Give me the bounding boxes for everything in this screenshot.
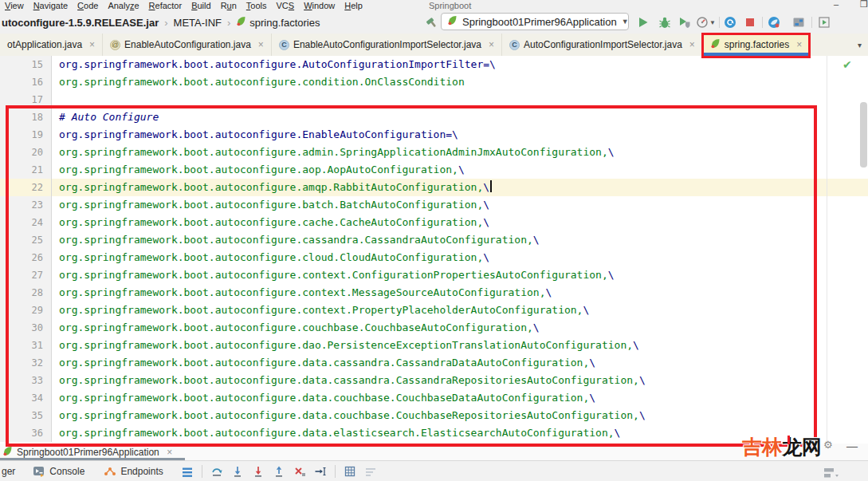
debug-button[interactable] [658, 16, 671, 29]
preview-run-button[interactable] [818, 16, 831, 29]
code-line-24[interactable]: 24org.springframework.boot.autoconfigure… [0, 214, 868, 231]
line-number[interactable]: 28 [0, 284, 52, 302]
tab-enableautoconfiguration-java[interactable]: @EnableAutoConfiguration.java× [103, 34, 272, 56]
run-button[interactable] [637, 16, 650, 29]
hide-tool-window-button[interactable]: — [846, 440, 858, 452]
breadcrumb-jar[interactable]: utoconfigure-1.5.9.RELEASE.jar [2, 17, 159, 29]
line-number[interactable]: 31 [0, 337, 52, 354]
levels-icon[interactable] [364, 465, 377, 478]
menu-tools[interactable]: Tools [242, 1, 272, 10]
run-with-coverage-button[interactable] [678, 16, 691, 29]
tab-enableautoconfigurationimportselector-java[interactable]: CEnableAutoConfigurationImportSelector.j… [272, 34, 502, 56]
code-line-18[interactable]: 18# Auto Configure [0, 108, 868, 126]
code-line-36[interactable]: 36org.springframework.boot.autoconfigure… [0, 424, 868, 442]
line-number[interactable]: 25 [0, 231, 52, 249]
line-number[interactable]: 22 [0, 179, 52, 196]
profiler-chevron-icon[interactable]: ▼ [709, 19, 722, 32]
editor-scrollbar[interactable] [860, 102, 867, 168]
code-line-35[interactable]: 35org.springframework.boot.autoconfigure… [0, 407, 868, 424]
spring-dashboard-button[interactable] [768, 16, 780, 29]
code-line-20[interactable]: 20org.springframework.boot.autoconfigure… [0, 144, 868, 161]
code-line-34[interactable]: 34org.springframework.boot.autoconfigure… [0, 389, 868, 407]
code-line-19[interactable]: 19org.springframework.boot.autoconfigure… [0, 126, 868, 144]
code-line-33[interactable]: 33org.springframework.boot.autoconfigure… [0, 372, 868, 389]
step-over-icon[interactable] [210, 465, 223, 478]
run-to-cursor-icon[interactable] [314, 465, 327, 478]
close-icon[interactable]: × [489, 39, 494, 50]
menu-analyze[interactable]: Analyze [103, 1, 143, 10]
console-tab[interactable]: Console [49, 466, 84, 477]
tab-otapplication-java[interactable]: otApplication.java× [0, 34, 103, 56]
close-icon[interactable]: × [258, 39, 264, 50]
line-number[interactable]: 17 [0, 91, 52, 108]
code-line-31[interactable]: 31org.springframework.boot.autoconfigure… [0, 337, 868, 354]
code-line-27[interactable]: 27org.springframework.boot.autoconfigure… [0, 266, 868, 284]
line-number[interactable]: 16 [0, 73, 52, 91]
code-line-23[interactable]: 23org.springframework.boot.autoconfigure… [0, 196, 868, 214]
rerun-button[interactable] [724, 16, 736, 29]
close-icon[interactable]: × [89, 39, 95, 50]
menu-refactor[interactable]: Refactor [144, 1, 187, 10]
menu-vcs[interactable]: VCS [272, 1, 300, 10]
menu-burger-icon[interactable] [181, 465, 194, 478]
line-number[interactable]: 21 [0, 161, 52, 179]
stop-button[interactable] [744, 16, 756, 29]
code-line-30[interactable]: 30org.springframework.boot.autoconfigure… [0, 319, 868, 337]
line-number[interactable]: 26 [0, 249, 52, 266]
line-number[interactable]: 19 [0, 126, 52, 144]
line-number[interactable]: 35 [0, 407, 52, 424]
minimize-button[interactable]: – [834, 0, 839, 10]
code-editor[interactable]: ✔ 15org.springframework.boot.autoconfigu… [0, 56, 868, 444]
code-line-25[interactable]: 25org.springframework.boot.autoconfigure… [0, 231, 868, 249]
code-line-22[interactable]: 22org.springframework.boot.autoconfigure… [0, 179, 868, 196]
code-line-28[interactable]: 28org.springframework.boot.autoconfigure… [0, 284, 868, 302]
code-line-32[interactable]: 32org.springframework.boot.autoconfigure… [0, 354, 868, 372]
menu-build[interactable]: Build [187, 1, 215, 10]
maximize-button[interactable]: ❒ [860, 0, 868, 10]
run-configuration-select[interactable]: Springboot01Primer96Application ▼ [441, 13, 629, 30]
tool-windows-button[interactable] [792, 16, 805, 29]
close-icon[interactable]: × [167, 447, 172, 458]
line-number[interactable]: 34 [0, 389, 52, 407]
menu-window[interactable]: Window [299, 1, 340, 10]
tab-spring-factories[interactable]: spring.factories× [703, 34, 810, 56]
close-icon[interactable]: × [689, 39, 695, 50]
endpoints-tab[interactable]: Endpoints [120, 466, 163, 477]
tab-overflow-chevron-icon[interactable]: ▾ [858, 41, 862, 49]
step-into-icon[interactable] [231, 465, 244, 478]
line-number[interactable]: 36 [0, 424, 52, 442]
code-line-21[interactable]: 21org.springframework.boot.autoconfigure… [0, 161, 868, 179]
code-line-15[interactable]: 15org.springframework.boot.autoconfigure… [0, 56, 868, 73]
close-icon[interactable]: × [796, 39, 802, 50]
menu-help[interactable]: Help [340, 1, 367, 10]
evaluate-grid-icon[interactable] [344, 465, 356, 478]
code-line-29[interactable]: 29org.springframework.boot.autoconfigure… [0, 302, 868, 319]
run-window-tab[interactable]: Springboot01Primer96Application × [17, 447, 172, 458]
line-number[interactable]: 24 [0, 214, 52, 231]
line-number[interactable]: 20 [0, 144, 52, 161]
debugger-tab-partial-label[interactable]: ger [2, 466, 15, 477]
menu-code[interactable]: Code [73, 1, 103, 10]
step-out-icon[interactable] [273, 465, 285, 478]
code-line-26[interactable]: 26org.springframework.boot.autoconfigure… [0, 249, 868, 266]
line-number[interactable]: 30 [0, 319, 52, 337]
build-hammer-icon[interactable] [426, 16, 438, 29]
profiler-button[interactable] [696, 16, 709, 29]
drop-frame-icon[interactable] [293, 465, 306, 478]
line-number[interactable]: 32 [0, 354, 52, 372]
line-number[interactable]: 27 [0, 266, 52, 284]
line-number[interactable]: 33 [0, 372, 52, 389]
line-number[interactable]: 23 [0, 196, 52, 214]
line-number[interactable]: 18 [0, 108, 52, 126]
line-number[interactable]: 15 [0, 56, 52, 73]
breadcrumb-file[interactable]: spring.factories [236, 16, 320, 29]
menu-run[interactable]: Run [216, 1, 242, 10]
code-line-16[interactable]: 16org.springframework.boot.autoconfigure… [0, 73, 868, 91]
menu-navigate[interactable]: Navigate [29, 1, 73, 10]
layout-settings-icon[interactable] [823, 467, 839, 481]
force-step-into-icon[interactable] [252, 465, 265, 478]
tab-autoconfigurationimportselector-java[interactable]: CAutoConfigurationImportSelector.java× [502, 34, 703, 56]
menu-view[interactable]: View [0, 1, 29, 10]
code-line-17[interactable]: 17 [0, 91, 868, 108]
breadcrumb-folder[interactable]: META-INF [174, 17, 222, 29]
